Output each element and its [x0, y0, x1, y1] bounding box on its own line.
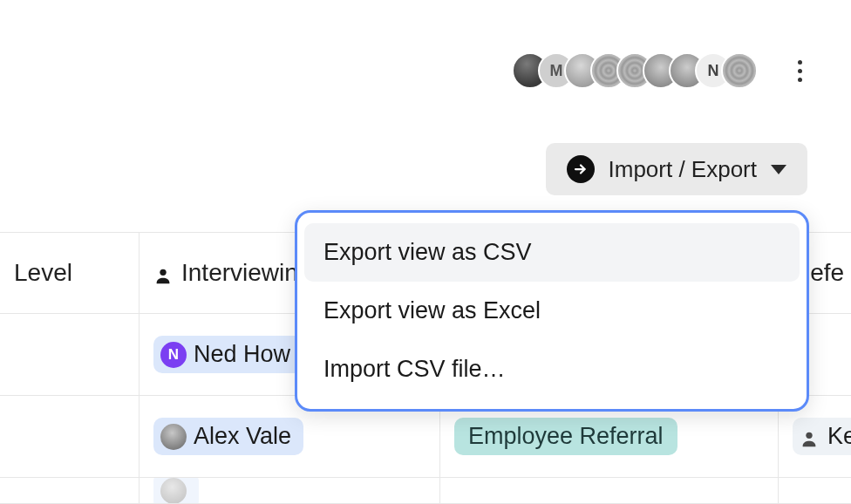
person-icon [153, 263, 173, 283]
menu-item-export-csv[interactable]: Export view as CSV [304, 223, 800, 282]
dot-icon [798, 69, 802, 73]
column-header-level[interactable]: Level [0, 233, 140, 313]
cell-interviewing[interactable] [140, 478, 440, 503]
svg-point-1 [160, 269, 166, 276]
cell-source[interactable] [440, 478, 779, 503]
presence-avatar[interactable] [721, 52, 758, 89]
person-chip[interactable]: Kev [793, 418, 851, 455]
table-row[interactable] [0, 478, 851, 504]
more-menu-button[interactable] [793, 55, 807, 87]
column-header-label: Interviewing [181, 259, 311, 287]
chip-label: Ned How [194, 341, 290, 368]
cell-level[interactable] [0, 478, 140, 503]
source-tag[interactable]: Employee Referral [454, 418, 677, 455]
arrow-right-circle-icon [567, 155, 595, 183]
chip-label: Alex Vale [194, 423, 291, 450]
chip-label: Kev [827, 423, 851, 450]
chip-avatar [160, 424, 187, 450]
person-icon [800, 427, 819, 446]
dot-icon [798, 60, 802, 65]
person-chip[interactable]: Alex Vale [153, 418, 303, 455]
import-export-label: Import / Export [609, 156, 758, 183]
cell-level[interactable] [0, 396, 140, 477]
caret-down-icon [771, 165, 786, 174]
chip-avatar [160, 478, 187, 503]
chip-avatar: N [160, 342, 187, 368]
cell-referred[interactable] [779, 478, 851, 503]
menu-item-import-csv[interactable]: Import CSV file… [304, 340, 800, 398]
cell-level[interactable] [0, 314, 140, 395]
dot-icon [798, 78, 802, 82]
import-export-button[interactable]: Import / Export [546, 143, 808, 195]
person-chip[interactable]: N Ned How [153, 336, 303, 373]
import-export-menu: Export view as CSV Export view as Excel … [295, 210, 809, 412]
column-header-label: Level [14, 259, 72, 287]
avatar-stack[interactable]: M N [512, 52, 758, 89]
top-bar: M N [512, 52, 807, 89]
menu-item-export-excel[interactable]: Export view as Excel [304, 282, 800, 340]
svg-point-2 [806, 432, 812, 438]
person-chip[interactable] [153, 478, 199, 503]
